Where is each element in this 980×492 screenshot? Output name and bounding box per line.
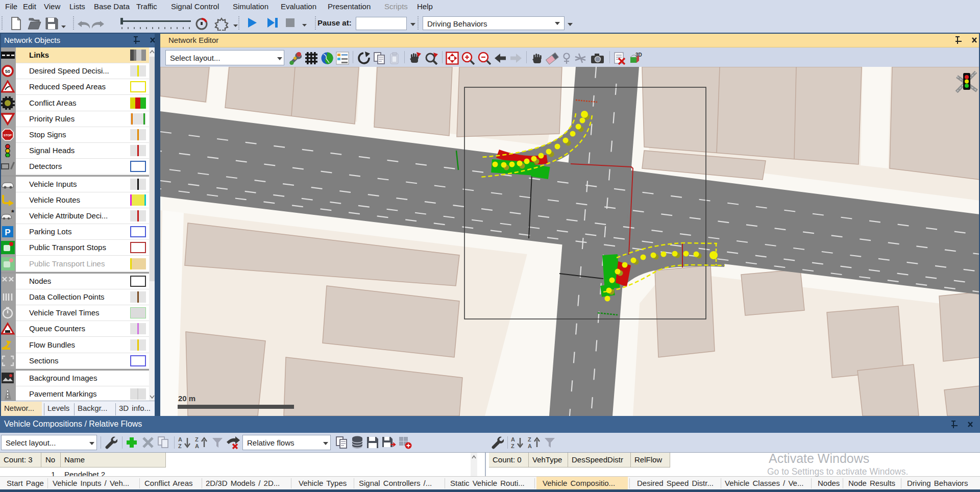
svg-text:STOP: STOP: [4, 134, 12, 137]
svg-text:*: *: [11, 209, 14, 216]
svg-text:Z: Z: [195, 436, 199, 442]
svg-text:A: A: [178, 436, 182, 442]
svg-text:A: A: [195, 443, 199, 449]
svg-text:20 m: 20 m: [178, 394, 195, 403]
svg-text:Z: Z: [528, 436, 531, 442]
svg-text:A: A: [511, 436, 515, 442]
svg-text:A: A: [528, 443, 532, 449]
svg-text:Z: Z: [511, 443, 514, 449]
svg-text:Z: Z: [178, 443, 182, 449]
svg-text:P: P: [5, 228, 10, 237]
svg-text:50: 50: [5, 69, 10, 74]
